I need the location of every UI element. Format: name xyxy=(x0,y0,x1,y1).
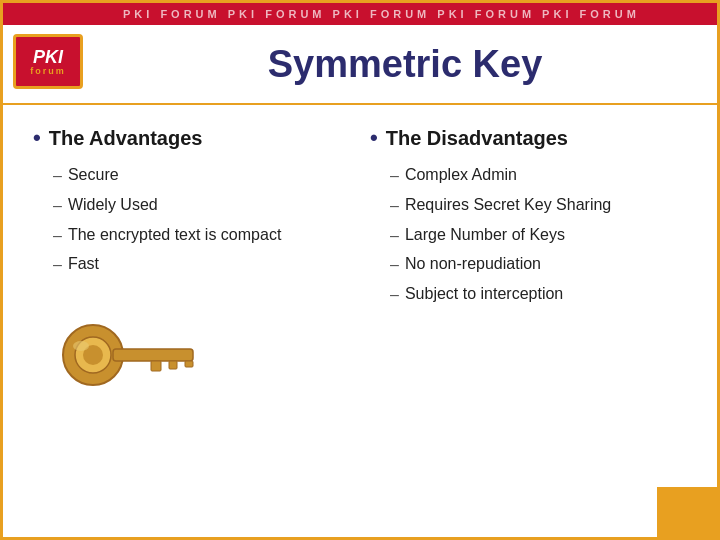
logo-inner: PKI forum xyxy=(13,34,83,89)
banner-text: PKI FORUM PKI FORUM PKI FORUM PKI FORUM … xyxy=(123,8,640,20)
list-item: – Widely Used xyxy=(53,195,350,217)
list-item: – The encrypted text is compact xyxy=(53,225,350,247)
logo-forum-text: forum xyxy=(30,66,66,76)
top-banner: PKI FORUM PKI FORUM PKI FORUM PKI FORUM … xyxy=(3,3,717,25)
advantages-bullet: • xyxy=(33,125,41,151)
logo: PKI forum xyxy=(13,34,93,94)
key-illustration xyxy=(43,310,350,404)
list-item: – Complex Admin xyxy=(390,165,687,187)
disadvantages-title: • The Disadvantages xyxy=(370,125,687,151)
header: PKI forum Symmetric Key xyxy=(3,25,717,105)
svg-point-7 xyxy=(73,341,89,351)
advantages-list: – Secure – Widely Used – The encrypted t… xyxy=(33,165,350,284)
advantages-title: • The Advantages xyxy=(33,125,350,151)
disadvantages-column: • The Disadvantages – Complex Admin – Re… xyxy=(370,125,687,515)
advantages-label: The Advantages xyxy=(49,127,203,150)
list-item: – Secure xyxy=(53,165,350,187)
svg-rect-3 xyxy=(113,349,193,361)
svg-rect-4 xyxy=(151,361,161,371)
disadvantages-bullet: • xyxy=(370,125,378,151)
list-item: – Subject to interception xyxy=(390,284,687,306)
svg-rect-5 xyxy=(169,361,177,369)
slide: PKI FORUM PKI FORUM PKI FORUM PKI FORUM … xyxy=(0,0,720,540)
disadvantages-list: – Complex Admin – Requires Secret Key Sh… xyxy=(370,165,687,314)
logo-pki-text: PKI xyxy=(33,48,63,66)
list-item: – No non-repudiation xyxy=(390,254,687,276)
key-svg xyxy=(43,310,203,400)
list-item: – Requires Secret Key Sharing xyxy=(390,195,687,217)
list-item: – Large Number of Keys xyxy=(390,225,687,247)
advantages-column: • The Advantages – Secure – Widely Used … xyxy=(33,125,350,515)
disadvantages-label: The Disadvantages xyxy=(386,127,568,150)
corner-decoration xyxy=(657,487,717,537)
list-item: – Fast xyxy=(53,254,350,276)
svg-rect-6 xyxy=(185,361,193,367)
main-content: • The Advantages – Secure – Widely Used … xyxy=(3,105,717,535)
slide-title: Symmetric Key xyxy=(113,43,697,86)
